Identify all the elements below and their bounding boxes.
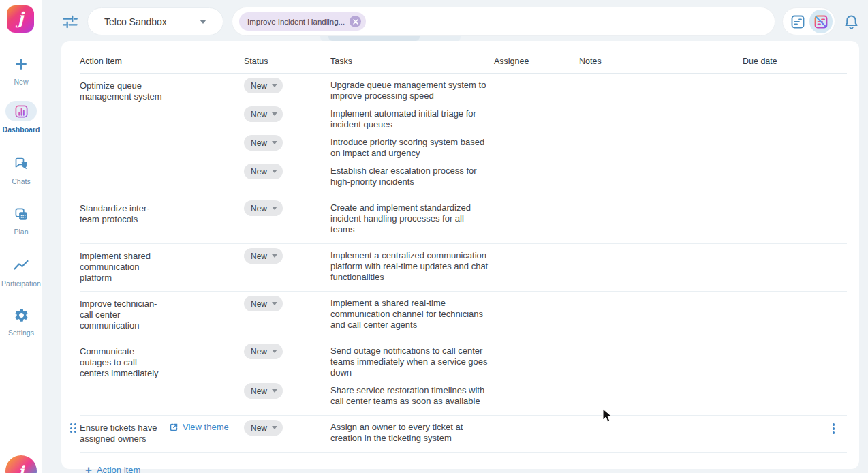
status-dropdown[interactable]: New <box>244 344 283 359</box>
assignee-cell[interactable] <box>494 137 579 159</box>
col-header-due-date: Due date <box>743 57 777 66</box>
task-text[interactable]: Implement a shared real-time communicati… <box>330 298 494 331</box>
theme-disabled-icon[interactable] <box>809 10 833 33</box>
status-label: New <box>251 110 267 119</box>
due-date-cell[interactable] <box>743 346 847 378</box>
due-date-cell[interactable] <box>743 137 847 159</box>
caret-down-icon <box>272 254 277 258</box>
task-text[interactable]: Implement automated initial triage for i… <box>330 108 494 130</box>
notes-cell[interactable] <box>579 80 743 102</box>
status-dropdown[interactable]: New <box>244 420 283 436</box>
assignee-cell[interactable] <box>494 346 579 378</box>
status-dropdown[interactable]: New <box>244 200 283 216</box>
assignee-cell[interactable] <box>494 108 579 130</box>
action-item-title[interactable]: Communicate outages to call centers imme… <box>80 346 163 379</box>
filter-sliders-icon[interactable] <box>61 13 79 31</box>
sidebar-item-new[interactable]: New <box>0 55 42 86</box>
task-row: New Assign an owner to every ticket at c… <box>244 422 847 444</box>
sidebar-item-chats[interactable]: Chats <box>0 154 42 185</box>
status-dropdown[interactable]: New <box>244 296 283 311</box>
filter-chip-label: Improve Incident Handling... <box>247 18 345 26</box>
caret-down-icon <box>272 112 277 116</box>
bell-icon[interactable] <box>841 12 861 31</box>
action-item-title[interactable]: Implement shared communication platform <box>80 251 163 284</box>
due-date-cell[interactable] <box>743 250 847 283</box>
caret-down-icon <box>272 170 277 173</box>
due-date-cell[interactable] <box>743 108 847 130</box>
task-row: New Establish clear escalation process f… <box>244 166 847 187</box>
task-text[interactable]: Introduce priority scoring system based … <box>330 137 494 159</box>
status-dropdown[interactable]: New <box>244 383 283 399</box>
add-action-item-row: + Action item <box>80 453 847 473</box>
caret-down-icon <box>272 302 277 305</box>
assignee-cell[interactable] <box>494 250 579 283</box>
due-date-cell[interactable] <box>743 298 847 331</box>
task-text[interactable]: Assign an owner to every ticket at creat… <box>330 422 494 444</box>
workspace-selector[interactable]: Telco Sandbox <box>87 7 223 35</box>
due-date-cell[interactable] <box>743 422 847 444</box>
filter-chip[interactable]: Improve Incident Handling... <box>239 12 366 31</box>
action-item-title[interactable]: Standardize inter-team protocols <box>80 203 163 225</box>
table-header: Action item Status Tasks Assignee Notes … <box>80 41 847 74</box>
task-text[interactable]: Establish clear escalation process for h… <box>330 166 494 187</box>
task-text[interactable]: Send outage notifications to call center… <box>330 346 494 378</box>
assignee-cell[interactable] <box>494 422 579 444</box>
due-date-cell[interactable] <box>743 385 847 407</box>
plus-icon: + <box>85 466 92 473</box>
notes-cell[interactable] <box>579 250 743 283</box>
sidebar-item-plan[interactable]: Plan <box>0 204 42 236</box>
due-date-cell[interactable] <box>743 166 847 187</box>
topbar-icons-group <box>782 7 835 35</box>
notes-cell[interactable] <box>579 166 743 187</box>
notes-cell[interactable] <box>579 346 743 378</box>
notes-cell[interactable] <box>579 298 743 331</box>
action-item-group: Implement shared communication platform … <box>80 244 847 292</box>
sidebar-item-participation[interactable]: Participation <box>0 256 42 288</box>
assignee-cell[interactable] <box>494 298 579 331</box>
filter-bar[interactable]: Improve Incident Handling... <box>232 7 775 36</box>
add-action-item-button[interactable]: + Action item <box>85 465 140 473</box>
row-menu-icon[interactable] <box>833 423 835 434</box>
task-text[interactable]: Create and implement standardized incide… <box>330 202 494 235</box>
task-row: New Share service restoration timelines … <box>244 385 847 407</box>
status-dropdown[interactable]: New <box>244 106 283 122</box>
sidebar-item-dashboard[interactable]: Dashboard <box>0 101 42 134</box>
app-logo[interactable]: j <box>7 5 34 33</box>
status-label: New <box>251 423 267 433</box>
status-dropdown[interactable]: New <box>244 248 283 264</box>
chat-bubbles-icon <box>13 154 29 173</box>
task-text[interactable]: Implement a centralized communication pl… <box>330 250 494 283</box>
mouse-cursor <box>602 408 613 423</box>
chip-remove-icon[interactable] <box>350 16 361 27</box>
status-dropdown[interactable]: New <box>244 164 283 179</box>
task-row: New Introduce priority scoring system ba… <box>244 137 847 159</box>
due-date-cell[interactable] <box>743 202 847 235</box>
assignee-cell[interactable] <box>494 166 579 187</box>
assignee-cell[interactable] <box>494 80 579 102</box>
workspace-name: Telco Sandbox <box>104 16 200 27</box>
assignee-cell[interactable] <box>494 202 579 235</box>
notes-summary-icon[interactable] <box>790 14 806 30</box>
notes-cell[interactable] <box>579 137 743 159</box>
view-theme-link[interactable]: View theme <box>169 422 229 432</box>
notes-cell[interactable] <box>579 202 743 235</box>
caret-down-icon <box>272 141 277 144</box>
status-dropdown[interactable]: New <box>244 135 283 151</box>
sidebar-item-label: New <box>14 78 28 86</box>
task-text[interactable]: Share service restoration timelines with… <box>330 385 494 407</box>
task-text[interactable]: Upgrade queue management system to impro… <box>330 80 494 102</box>
due-date-cell[interactable] <box>743 80 847 102</box>
notes-cell[interactable] <box>579 385 743 407</box>
drag-handle-icon[interactable] <box>70 423 76 433</box>
notes-cell[interactable] <box>579 108 743 130</box>
assignee-cell[interactable] <box>494 385 579 407</box>
action-item-title[interactable]: Optimize queue management system <box>80 80 163 102</box>
sidebar-item-settings[interactable]: Settings <box>0 305 42 337</box>
external-link-icon <box>169 423 179 432</box>
action-item-group-hovered: Ensure tickets have assigned owners View… <box>80 416 847 453</box>
sidebar-item-label: Settings <box>8 329 34 337</box>
notes-cell[interactable] <box>579 422 743 444</box>
status-dropdown[interactable]: New <box>244 78 283 93</box>
action-item-title[interactable]: Ensure tickets have assigned owners <box>80 423 163 444</box>
action-item-title[interactable]: Improve technician-call center communica… <box>80 299 163 331</box>
